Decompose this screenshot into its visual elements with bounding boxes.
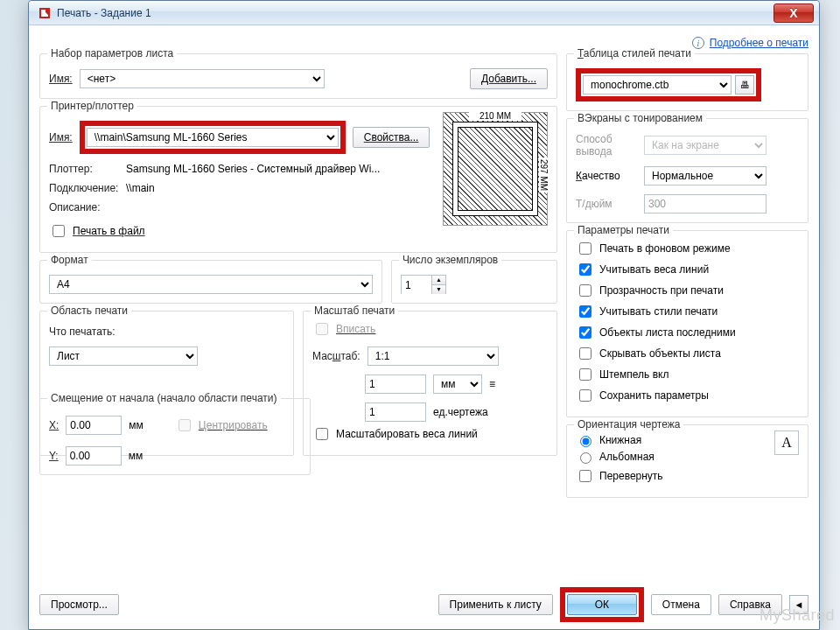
plotter-value: Samsung ML-1660 Series - Системный драйв… (126, 163, 434, 175)
x-input[interactable] (66, 416, 122, 435)
y-label: Y: (49, 450, 59, 462)
shade-mode-select: Как на экране (644, 136, 766, 155)
opt-hide[interactable] (579, 347, 592, 360)
print-dialog: Печать - Задание 1 X i Подробнее о печат… (28, 0, 820, 630)
quality-select[interactable]: Нормальное (644, 166, 766, 186)
orientation-preview-icon: A (774, 430, 799, 455)
group-title: Формат (47, 254, 92, 266)
opt-lw[interactable] (579, 263, 592, 276)
group-page-setup: Набор параметров листа Имя: <нет> Добави… (39, 53, 557, 99)
scale-select[interactable]: 1:1 (368, 346, 499, 366)
printer-name-select[interactable]: \\main\Samsung ML-1660 Series (87, 128, 339, 147)
paper-height: 297 MM (539, 158, 549, 192)
group-title: Таблица стилей печати (574, 47, 695, 60)
where-value: \\main (126, 182, 434, 194)
center-checkbox (178, 419, 191, 431)
group-title: Число экземпляров (399, 254, 501, 266)
learn-more-link[interactable]: Подробнее о печати (710, 37, 808, 49)
group-shaded: ВЭкраны с тонированием Способ выводаКак … (566, 118, 808, 223)
expand-button[interactable]: ◄ (789, 595, 808, 614)
equals-icon: ≡ (489, 378, 495, 390)
opt-transp[interactable] (579, 284, 592, 297)
scale-lw-label: Масштабировать веса линий (336, 428, 478, 440)
desc-value (126, 201, 434, 214)
scale-label: Масштаб: (312, 350, 360, 362)
paper-format-select[interactable]: A4 (49, 275, 373, 294)
plotter-label: Плоттер: (49, 163, 126, 175)
y-input[interactable] (66, 446, 122, 466)
pageset-name-label: Имя: (49, 73, 73, 85)
group-title: Набор параметров листа (47, 47, 177, 60)
dialog-footer: Просмотр... Применить к листу ОК Отмена … (39, 587, 808, 622)
opt-save[interactable] (579, 389, 592, 402)
group-title: Масштаб печати (311, 304, 398, 317)
ok-button[interactable]: ОК (567, 594, 637, 615)
what-print-label: Что печатать: (49, 326, 116, 338)
copies-spin[interactable]: ▲▼ (401, 275, 446, 294)
scale-unit-select[interactable]: мм (433, 374, 482, 394)
print-to-file-checkbox[interactable] (52, 225, 65, 237)
group-title: ВЭкраны с тонированием (574, 112, 706, 124)
group-options: Параметры печати Печать в фоновом режиме… (566, 230, 808, 417)
shade-mode-label: Способ вывода (576, 133, 637, 158)
app-icon (38, 6, 52, 20)
style-table-select[interactable]: monochrome.ctb (583, 75, 732, 94)
help-button[interactable]: Справка (718, 594, 782, 615)
quality-label: Качество (576, 170, 637, 182)
scale-den-input[interactable] (365, 402, 426, 422)
opt-stamp[interactable] (579, 368, 592, 381)
opt-styles[interactable] (579, 305, 592, 318)
dpi-label: Т/дюйм (576, 198, 637, 210)
fit-label: Вписать (336, 323, 375, 335)
apply-button[interactable]: Применить к листу (438, 594, 553, 615)
group-title: Принтер/плоттер (47, 100, 137, 112)
dpi-input (644, 194, 766, 214)
group-title: Смещение от начала (начало области печат… (47, 392, 281, 404)
desc-label: Описание: (49, 201, 126, 214)
orient-upside[interactable] (579, 470, 592, 482)
orient-portrait[interactable] (580, 436, 592, 447)
cancel-button[interactable]: Отмена (651, 594, 711, 615)
scale-den-unit: ед.чертежа (433, 406, 488, 418)
opt-paperspace[interactable] (579, 326, 592, 339)
x-unit: мм (129, 419, 144, 431)
print-to-file-label: Печать в файл (73, 225, 145, 237)
center-label: Центрировать (199, 419, 268, 431)
highlight-style: monochrome.ctb 🖶 (576, 68, 761, 102)
orient-landscape[interactable] (580, 452, 592, 464)
printer-name-label: Имя: (49, 131, 73, 144)
group-style-table: Таблица стилей печати monochrome.ctb 🖶 (566, 53, 808, 111)
fit-checkbox (316, 323, 328, 335)
printer-props-button[interactable]: Свойства... (353, 127, 430, 148)
group-scale: Масштаб печати Вписать Масштаб: 1:1 мм ≡ (303, 311, 557, 456)
close-button[interactable]: X (774, 4, 814, 23)
group-orientation: Ориентация чертежа Книжная Альбомная Пер… (566, 424, 808, 498)
group-title: Параметры печати (574, 224, 673, 236)
scale-lw-checkbox[interactable] (316, 428, 328, 440)
spin-up[interactable]: ▲ (431, 276, 445, 284)
highlight-ok: ОК (560, 587, 644, 622)
spin-down[interactable]: ▼ (431, 284, 445, 294)
scale-num-input[interactable] (365, 374, 426, 394)
y-unit: мм (129, 450, 144, 462)
x-label: X: (49, 419, 59, 431)
opt-bg[interactable] (579, 242, 592, 255)
group-title: Ориентация чертежа (574, 418, 683, 430)
titlebar[interactable]: Печать - Задание 1 X (29, 1, 819, 25)
where-label: Подключение: (49, 182, 126, 194)
paper-preview: 210 MM 297 MM (443, 112, 548, 226)
pageset-add-button[interactable]: Добавить... (470, 68, 548, 89)
group-format: Формат A4 (39, 260, 382, 304)
highlight-printer: \\main\Samsung ML-1660 Series (80, 121, 346, 154)
group-copies: Число экземпляров ▲▼ (391, 260, 557, 304)
window-title: Печать - Задание 1 (57, 7, 774, 19)
copies-input[interactable] (402, 276, 431, 295)
group-printer: Принтер/плоттер Имя: \\main\Samsung ML-1… (39, 106, 557, 253)
group-title: Область печати (47, 304, 131, 317)
style-edit-button[interactable]: 🖶 (735, 75, 754, 94)
preview-button[interactable]: Просмотр... (39, 594, 119, 615)
what-print-select[interactable]: Лист (49, 346, 198, 366)
pageset-name-select[interactable]: <нет> (80, 69, 325, 88)
paper-width: 210 MM (469, 111, 522, 121)
group-offset: Смещение от начала (начало области печат… (39, 398, 311, 475)
